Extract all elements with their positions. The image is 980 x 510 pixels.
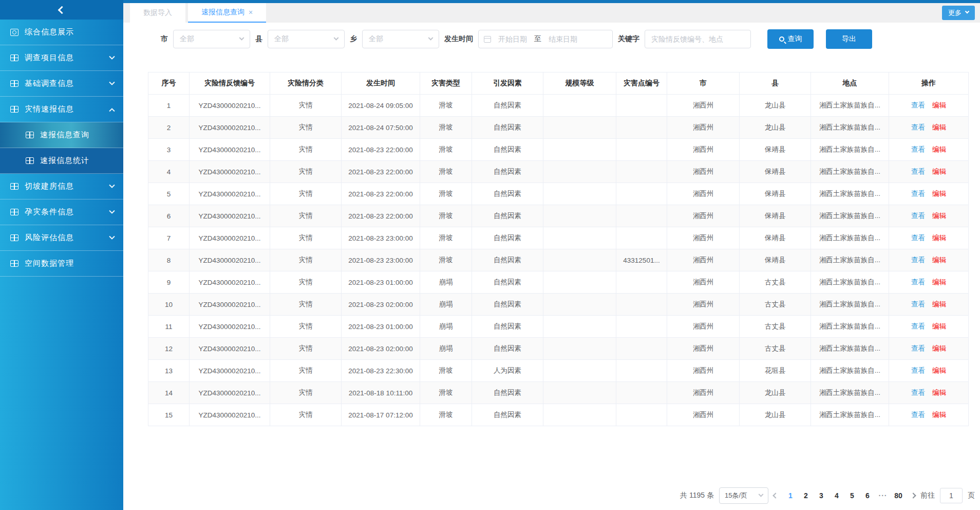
edit-link[interactable]: 编辑 (932, 234, 946, 242)
sidebar-collapse-button[interactable] (0, 0, 123, 20)
page-1[interactable]: 1 (783, 488, 798, 503)
cell-type: 滑坡 (420, 183, 472, 205)
cell-city: 湘西州 (667, 404, 740, 426)
prev-page-button[interactable] (772, 493, 778, 498)
cell-time: 2021-08-23 22:00:00 (342, 161, 420, 183)
city-select[interactable]: 全部 (173, 30, 250, 48)
column-header: 灾害类型 (420, 72, 472, 95)
search-button-label: 查询 (788, 34, 802, 44)
search-button[interactable]: 查询 (767, 29, 814, 49)
sidebar-item-基础调查信息[interactable]: 基础调查信息 (0, 71, 123, 97)
page-80[interactable]: 80 (891, 488, 906, 503)
cell-point-code (616, 205, 667, 227)
page-3[interactable]: 3 (814, 488, 829, 503)
goto-page-input[interactable] (940, 488, 963, 503)
date-range-picker[interactable]: 至 (478, 30, 613, 48)
sidebar-item-风险评估信息[interactable]: 风险评估信息 (0, 225, 123, 251)
cell-seq: 4 (148, 161, 190, 183)
edit-link[interactable]: 编辑 (932, 168, 946, 175)
view-link[interactable]: 查看 (911, 389, 925, 396)
view-link[interactable]: 查看 (911, 278, 925, 286)
edit-link[interactable]: 编辑 (932, 212, 946, 220)
cell-seq: 12 (148, 338, 190, 360)
main-area: 数据导入速报信息查询× 更多 市 全部 县 全部 乡 (123, 0, 980, 510)
start-date-input[interactable] (494, 35, 531, 43)
sidebar-item-灾情速报信息[interactable]: 灾情速报信息 (0, 97, 123, 122)
sidebar-item-速报信息统计[interactable]: 速报信息统计 (0, 148, 123, 174)
tab-速报信息查询[interactable]: 速报信息查询× (188, 3, 266, 23)
view-link[interactable]: 查看 (911, 145, 925, 153)
view-link[interactable]: 查看 (911, 168, 925, 175)
view-link[interactable]: 查看 (911, 367, 925, 374)
sidebar-item-空间数据管理[interactable]: 空间数据管理 (0, 251, 123, 277)
cell-location: 湘西土家族苗族自... (811, 271, 889, 294)
cell-location: 湘西土家族苗族自... (811, 183, 889, 205)
chevron-down-icon (109, 53, 115, 59)
cell-time: 2021-08-23 22:00:00 (342, 139, 420, 161)
view-link[interactable]: 查看 (911, 322, 925, 330)
view-link[interactable]: 查看 (911, 344, 925, 352)
cell-location: 湘西土家族苗族自... (811, 360, 889, 382)
edit-link[interactable]: 编辑 (932, 190, 946, 197)
view-link[interactable]: 查看 (911, 101, 925, 109)
view-link[interactable]: 查看 (911, 212, 925, 220)
sidebar-item-孕灾条件信息[interactable]: 孕灾条件信息 (0, 199, 123, 225)
more-button[interactable]: 更多 (942, 6, 975, 20)
cell-category: 灾情 (270, 139, 342, 161)
cell-scale (543, 95, 616, 117)
sidebar-item-切坡建房信息[interactable]: 切坡建房信息 (0, 174, 123, 199)
edit-link[interactable]: 编辑 (932, 322, 946, 330)
page-2[interactable]: 2 (798, 488, 814, 503)
cell-type: 滑坡 (420, 95, 472, 117)
cell-location: 湘西土家族苗族自... (811, 117, 889, 139)
table-body: 1YZD43000020210...灾情2021-08-24 09:05:00滑… (148, 95, 969, 426)
view-link[interactable]: 查看 (911, 411, 925, 418)
edit-link[interactable]: 编辑 (932, 300, 946, 308)
page-4[interactable]: 4 (829, 488, 844, 503)
page-5[interactable]: 5 (844, 488, 860, 503)
cell-point-code (616, 338, 667, 360)
more-button-label: 更多 (948, 8, 962, 17)
edit-link[interactable]: 编辑 (932, 101, 946, 109)
cell-seq: 11 (148, 316, 190, 338)
edit-link[interactable]: 编辑 (932, 278, 946, 286)
view-link[interactable]: 查看 (911, 300, 925, 308)
edit-link[interactable]: 编辑 (932, 256, 946, 264)
edit-link[interactable]: 编辑 (932, 389, 946, 396)
edit-link[interactable]: 编辑 (932, 123, 946, 131)
export-button[interactable]: 导出 (826, 29, 872, 49)
edit-link[interactable]: 编辑 (932, 411, 946, 418)
county-select[interactable]: 全部 (268, 30, 345, 48)
end-date-input[interactable] (544, 35, 581, 43)
edit-link[interactable]: 编辑 (932, 367, 946, 374)
cell-type: 滑坡 (420, 161, 472, 183)
view-link[interactable]: 查看 (911, 256, 925, 264)
cell-type: 滑坡 (420, 117, 472, 139)
edit-link[interactable]: 编辑 (932, 145, 946, 153)
cell-type: 滑坡 (420, 360, 472, 382)
edit-link[interactable]: 编辑 (932, 344, 946, 352)
keyword-input[interactable] (645, 30, 751, 48)
cell-ops: 查看编辑 (889, 382, 969, 404)
page-6[interactable]: 6 (860, 488, 875, 503)
sidebar-item-调查项目信息[interactable]: 调查项目信息 (0, 45, 123, 71)
cell-category: 灾情 (270, 404, 342, 426)
cell-county: 保靖县 (740, 139, 811, 161)
cell-code: YZD43000020210... (190, 117, 270, 139)
view-link[interactable]: 查看 (911, 123, 925, 131)
chevron-up-icon (109, 108, 115, 114)
page-size-select[interactable]: 15条/页 (719, 487, 768, 504)
sidebar-item-速报信息查询[interactable]: 速报信息查询 (0, 122, 123, 148)
next-page-button[interactable] (910, 493, 916, 498)
table-row: 1YZD43000020210...灾情2021-08-24 09:05:00滑… (148, 95, 969, 117)
town-select[interactable]: 全部 (362, 30, 439, 48)
close-icon[interactable]: × (249, 8, 253, 16)
cell-category: 灾情 (270, 316, 342, 338)
grid-icon (26, 157, 34, 164)
view-link[interactable]: 查看 (911, 234, 925, 242)
sidebar-item-综合信息展示[interactable]: 综合信息展示 (0, 20, 123, 45)
page-size-value: 15条/页 (725, 491, 747, 500)
tab-数据导入[interactable]: 数据导入 (130, 3, 185, 23)
view-link[interactable]: 查看 (911, 190, 925, 197)
sidebar: 综合信息展示调查项目信息基础调查信息灾情速报信息速报信息查询速报信息统计切坡建房… (0, 0, 123, 510)
